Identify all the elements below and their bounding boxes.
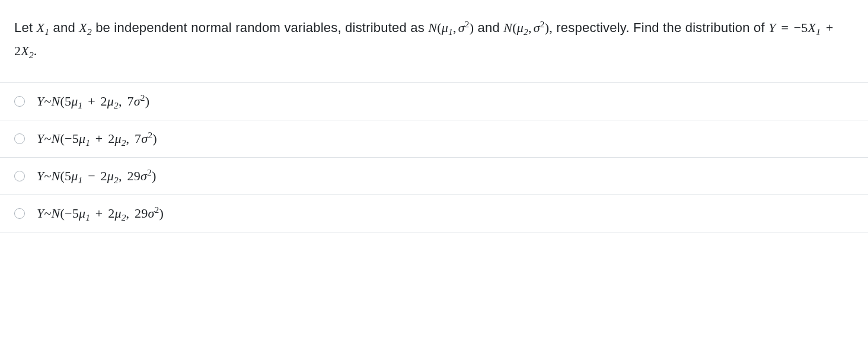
variable-x1: X1 <box>37 20 50 35</box>
text-and1: and <box>49 20 79 35</box>
option-3-label: Y~N(5μ1 − 2μ2, 29σ2) <box>37 168 156 184</box>
text-prefix: Let <box>14 20 37 35</box>
option-1[interactable]: Y~N(5μ1 + 2μ2, 7σ2) <box>0 83 868 120</box>
question-container: Let X1 and X2 be independent normal rand… <box>0 0 868 62</box>
options-container: Y~N(5μ1 + 2μ2, 7σ2) Y~N(−5μ1 + 2μ2, 7σ2)… <box>0 82 868 232</box>
distribution-2: N(μ2,σ2), <box>503 20 553 35</box>
option-2[interactable]: Y~N(−5μ1 + 2μ2, 7σ2) <box>0 120 868 158</box>
radio-icon <box>14 96 25 107</box>
option-2-label: Y~N(−5μ1 + 2μ2, 7σ2) <box>37 131 157 146</box>
text-middle1: be independent normal random variables, … <box>92 20 429 35</box>
distribution-1: N(μ1,σ2) <box>428 20 474 35</box>
option-4-label: Y~N(−5μ1 + 2μ2, 29σ2) <box>37 206 164 221</box>
option-1-label: Y~N(5μ1 + 2μ2, 7σ2) <box>37 94 149 109</box>
option-3[interactable]: Y~N(5μ1 − 2μ2, 29σ2) <box>0 158 868 195</box>
variable-x2: X2 <box>79 20 92 35</box>
radio-icon <box>14 133 25 144</box>
text-middle2: respectively. Find the distribution of <box>553 20 768 35</box>
option-4[interactable]: Y~N(−5μ1 + 2μ2, 29σ2) <box>0 195 868 232</box>
question-text: Let X1 and X2 be independent normal rand… <box>14 17 854 62</box>
radio-icon <box>14 208 25 219</box>
radio-icon <box>14 171 25 181</box>
text-and2: and <box>474 20 503 35</box>
